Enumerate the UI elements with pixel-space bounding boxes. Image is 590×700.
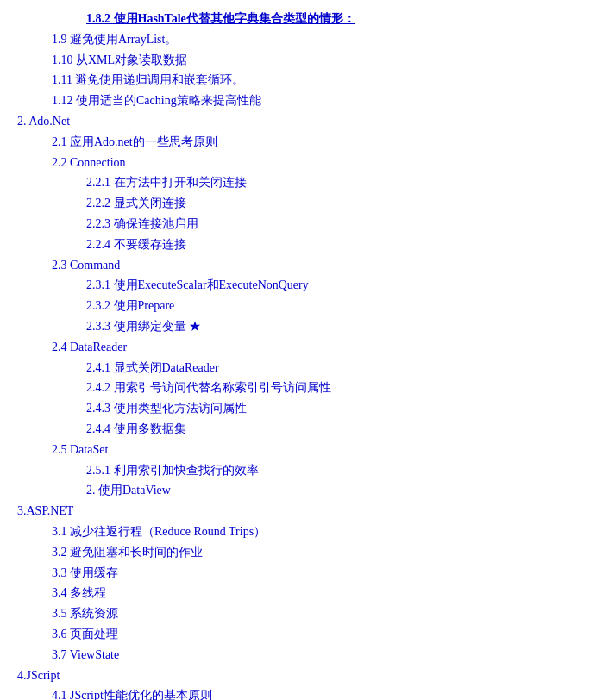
toc-link-27[interactable]: 3.3 使用缓存 [52,566,118,579]
toc-entry[interactable]: 2.2.2 显式关闭连接 [86,193,573,214]
toc-link-11[interactable]: 2.2.4 不要缓存连接 [86,238,186,251]
toc-link-20[interactable]: 2.4.4 使用多数据集 [86,422,186,435]
toc-link-25[interactable]: 3.1 减少往返行程（Reduce Round Trips） [52,525,266,538]
toc-link-14[interactable]: 2.3.2 使用Prepare [86,299,174,312]
toc-link-15[interactable]: 2.3.3 使用绑定变量 ★ [86,320,201,333]
toc-entry[interactable]: 2.4 DataReader [52,337,573,358]
toc-link-28[interactable]: 3.4 多线程 [52,586,106,599]
toc-entry[interactable]: 2.5 DataSet [52,440,573,460]
toc-link-13[interactable]: 2.3.1 使用ExecuteScalar和ExecuteNonQuery [86,278,309,291]
toc-entry[interactable]: 2.4.3 使用类型化方法访问属性 [86,398,573,419]
toc-link-8[interactable]: 2.2.1 在方法中打开和关闭连接 [86,176,247,189]
toc-entry[interactable]: 3.5 系统资源 [52,603,573,624]
toc-entry[interactable]: 1.9 避免使用ArrayList。 [52,29,573,50]
toc-link-5[interactable]: 2. Ado.Net [17,115,70,128]
toc-link-29[interactable]: 3.5 系统资源 [52,607,118,620]
toc-entry[interactable]: 1.10 从XML对象读取数据 [52,50,573,71]
toc-entry[interactable]: 2.1 应用Ado.net的一些思考原则 [52,132,573,153]
toc-entry[interactable]: 3.3 使用缓存 [52,563,573,584]
toc-link-32[interactable]: 4.JScript [17,669,60,682]
toc-entry[interactable]: 2.2.3 确保连接池启用 [86,214,573,234]
toc-entry[interactable]: 3.7 ViewState [52,645,573,666]
toc-entry[interactable]: 3.6 页面处理 [52,624,573,645]
toc-entry[interactable]: 4.1 JScript性能优化的基本原则 [52,685,573,700]
toc-link-1[interactable]: 1.9 避免使用ArrayList。 [52,33,177,46]
toc-entry[interactable]: 2. Ado.Net [17,111,573,132]
toc-entry[interactable]: 3.2 避免阻塞和长时间的作业 [52,542,573,563]
toc-entry[interactable]: 1.11 避免使用递归调用和嵌套循环。 [52,70,573,91]
toc-link-21[interactable]: 2.5 DataSet [52,443,108,456]
toc-link-18[interactable]: 2.4.2 用索引号访问代替名称索引引号访问属性 [86,381,331,394]
toc-link-10[interactable]: 2.2.3 确保连接池启用 [86,217,198,230]
toc-entry[interactable]: 2.3.2 使用Prepare [86,296,573,316]
toc-link-30[interactable]: 3.6 页面处理 [52,628,118,641]
toc-entry[interactable]: 3.1 减少往返行程（Reduce Round Trips） [52,522,573,542]
toc-link-31[interactable]: 3.7 ViewState [52,648,119,661]
toc-link-24[interactable]: 3.ASP.NET [17,504,73,517]
toc-entry[interactable]: 2.4.1 显式关闭DataReader [86,358,573,378]
toc-entry[interactable]: 3.ASP.NET [17,501,573,522]
toc-entry[interactable]: 2.4.4 使用多数据集 [86,419,573,440]
toc-link-16[interactable]: 2.4 DataReader [52,341,127,353]
toc-link-7[interactable]: 2.2 Connection [52,156,126,169]
toc-entry[interactable]: 4.JScript [17,666,573,686]
toc-link-33[interactable]: 4.1 JScript性能优化的基本原则 [52,689,212,700]
toc-link-23[interactable]: 2. 使用DataView [86,484,171,497]
toc-entry[interactable]: 2.4.2 用索引号访问代替名称索引引号访问属性 [86,378,573,398]
toc-link-19[interactable]: 2.4.3 使用类型化方法访问属性 [86,402,247,415]
toc-entry[interactable]: 2.5.1 利用索引加快查找行的效率 [86,460,573,481]
toc-entry[interactable]: 2.3 Command [52,255,573,276]
star-icon: ★ [189,320,201,333]
toc-link-26[interactable]: 3.2 避免阻塞和长时间的作业 [52,546,203,559]
toc-link-0[interactable]: 1.8.2 使用HashTale代替其他字典集合类型的情形： [86,12,355,25]
toc-entry[interactable]: 2.3.3 使用绑定变量 ★ [86,316,573,337]
toc-entry[interactable]: 2. 使用DataView [86,480,573,501]
toc-entry[interactable]: 1.12 使用适当的Caching策略来提高性能 [52,91,573,111]
toc-entry[interactable]: 2.2.1 在方法中打开和关闭连接 [86,172,573,193]
toc-link-12[interactable]: 2.3 Command [52,259,120,272]
toc-link-9[interactable]: 2.2.2 显式关闭连接 [86,197,186,209]
toc-entry[interactable]: 2.2.4 不要缓存连接 [86,234,573,255]
toc-link-6[interactable]: 2.1 应用Ado.net的一些思考原则 [52,135,217,148]
toc-link-2[interactable]: 1.10 从XML对象读取数据 [52,53,187,66]
toc-link-22[interactable]: 2.5.1 利用索引加快查找行的效率 [86,464,259,477]
toc-link-17[interactable]: 2.4.1 显式关闭DataReader [86,361,219,374]
toc-entry[interactable]: 2.2 Connection [52,153,573,173]
toc-link-3[interactable]: 1.11 避免使用递归调用和嵌套循环。 [52,73,244,86]
toc-entry[interactable]: 3.4 多线程 [52,583,573,603]
toc-entry[interactable]: 1.8.2 使用HashTale代替其他字典集合类型的情形： [86,9,573,29]
toc-entry[interactable]: 2.3.1 使用ExecuteScalar和ExecuteNonQuery [86,275,573,296]
toc-link-4[interactable]: 1.12 使用适当的Caching策略来提高性能 [52,94,261,107]
toc-container: 1.8.2 使用HashTale代替其他字典集合类型的情形：1.9 避免使用Ar… [17,9,573,700]
